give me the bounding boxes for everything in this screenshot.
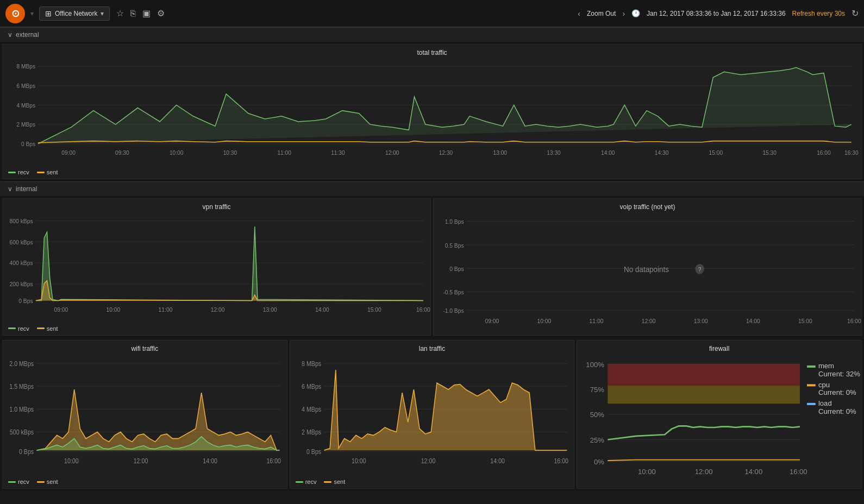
svg-text:11:00: 11:00 bbox=[277, 150, 291, 156]
legend-recv: recv bbox=[8, 169, 29, 175]
svg-text:0 Bps: 0 Bps bbox=[306, 448, 322, 455]
svg-text:1.0 Bps: 1.0 Bps bbox=[445, 218, 464, 225]
svg-text:mem: mem bbox=[818, 362, 834, 370]
dashboard-title-label: Office Network bbox=[55, 10, 97, 17]
svg-text:16:00: 16:00 bbox=[817, 150, 831, 156]
svg-text:Current: 0%: Current: 0% bbox=[818, 388, 856, 396]
lan-legend: recv sent bbox=[290, 476, 574, 488]
voip-traffic-title: voip traffic (not yet) bbox=[434, 199, 861, 213]
svg-text:cpu: cpu bbox=[818, 380, 830, 388]
vpn-legend-sent-label: sent bbox=[47, 325, 58, 332]
lan-legend-recv-label: recv bbox=[305, 478, 317, 485]
svg-text:-1.0 Bps: -1.0 Bps bbox=[443, 307, 464, 314]
refresh-icon[interactable]: ↻ bbox=[852, 8, 859, 18]
svg-text:15:00: 15:00 bbox=[367, 307, 381, 313]
svg-text:12:00: 12:00 bbox=[134, 457, 148, 464]
wifi-legend-sent-label: sent bbox=[47, 478, 58, 485]
svg-text:10:00: 10:00 bbox=[638, 468, 656, 476]
svg-text:6 MBps: 6 MBps bbox=[302, 383, 321, 390]
time-range-display[interactable]: Jan 12, 2017 08:33:36 to Jan 12, 2017 16… bbox=[647, 10, 786, 17]
total-traffic-chart: 8 MBps 6 MBps 4 MBps 2 MBps 0 Bps 09:00 … bbox=[5, 61, 857, 163]
lan-traffic-title: lan traffic bbox=[290, 341, 574, 355]
lan-legend-recv: recv bbox=[296, 478, 317, 485]
svg-text:16:00: 16:00 bbox=[847, 317, 861, 324]
next-time-arrow[interactable]: › bbox=[622, 9, 625, 18]
svg-text:2 MBps: 2 MBps bbox=[17, 122, 35, 128]
section-internal[interactable]: ∨ internal bbox=[0, 181, 864, 196]
svg-text:14:00: 14:00 bbox=[490, 457, 505, 464]
share-icon[interactable]: ⎘ bbox=[130, 9, 136, 18]
grafana-logo[interactable]: ⊙ bbox=[5, 4, 25, 23]
svg-text:0.5 Bps: 0.5 Bps bbox=[445, 242, 464, 249]
vpn-legend-recv: recv bbox=[8, 325, 29, 332]
legend-sent: sent bbox=[37, 169, 58, 175]
svg-text:14:00: 14:00 bbox=[315, 307, 329, 313]
svg-text:500 kBps: 500 kBps bbox=[10, 429, 34, 436]
wifi-legend-recv: recv bbox=[8, 478, 29, 485]
panel-vpn-traffic: vpn traffic 800 kBps 600 kBps 400 kBps 2… bbox=[2, 198, 431, 335]
prev-time-arrow[interactable]: ‹ bbox=[578, 9, 580, 18]
topnav-icons: ☆ ⎘ ▣ ⚙ bbox=[116, 8, 165, 18]
svg-text:2.0 MBps: 2.0 MBps bbox=[9, 360, 34, 367]
svg-text:14:00: 14:00 bbox=[746, 317, 760, 324]
svg-text:25%: 25% bbox=[590, 436, 604, 444]
svg-text:14:00: 14:00 bbox=[745, 468, 763, 476]
svg-text:13:00: 13:00 bbox=[493, 150, 508, 156]
svg-text:0 Bps: 0 Bps bbox=[21, 141, 35, 147]
svg-text:Current: 0%: Current: 0% bbox=[818, 407, 856, 415]
svg-text:11:00: 11:00 bbox=[159, 307, 173, 313]
svg-text:14:00: 14:00 bbox=[601, 150, 615, 156]
wifi-legend-sent: sent bbox=[37, 478, 58, 485]
vpn-traffic-title: vpn traffic bbox=[3, 199, 430, 213]
dropdown-arrow-icon: ▾ bbox=[101, 10, 104, 17]
svg-text:0 Bps: 0 Bps bbox=[449, 266, 464, 273]
svg-text:16:00: 16:00 bbox=[554, 457, 568, 464]
svg-text:16:30: 16:30 bbox=[844, 150, 859, 156]
vpn-voip-row: vpn traffic 800 kBps 600 kBps 400 kBps 2… bbox=[0, 196, 864, 337]
vpn-legend-recv-label: recv bbox=[18, 325, 29, 332]
svg-text:10:00: 10:00 bbox=[352, 457, 366, 464]
dashboard-title-button[interactable]: ⊞ Office Network ▾ bbox=[39, 7, 110, 21]
panel-firewall: firewall 100% 75% 50% 25% 0% bbox=[577, 340, 862, 489]
svg-text:12:30: 12:30 bbox=[439, 150, 453, 156]
svg-text:load: load bbox=[818, 399, 832, 407]
zoom-out-button[interactable]: Zoom Out bbox=[587, 10, 616, 17]
svg-text:400 kBps: 400 kBps bbox=[10, 261, 33, 267]
firewall-title: firewall bbox=[577, 341, 861, 355]
svg-text:15:00: 15:00 bbox=[798, 317, 812, 324]
section-external[interactable]: ∨ external bbox=[0, 27, 864, 42]
svg-text:11:30: 11:30 bbox=[331, 150, 345, 156]
svg-text:09:00: 09:00 bbox=[485, 317, 499, 324]
svg-text:12:00: 12:00 bbox=[642, 317, 656, 324]
panel-wifi-traffic: wifi traffic 2.0 MBps 1.5 MBps 1.0 MBps … bbox=[2, 340, 287, 489]
svg-text:13:30: 13:30 bbox=[547, 150, 561, 156]
lan-legend-sent-label: sent bbox=[334, 478, 345, 485]
wifi-legend-recv-label: recv bbox=[18, 478, 29, 485]
svg-text:12:00: 12:00 bbox=[421, 457, 435, 464]
svg-text:1.5 MBps: 1.5 MBps bbox=[9, 383, 34, 390]
panel-total-traffic-title: total traffic bbox=[3, 45, 861, 59]
svg-text:09:00: 09:00 bbox=[54, 307, 68, 313]
settings-icon[interactable]: ⚙ bbox=[157, 8, 165, 18]
svg-text:1.0 MBps: 1.0 MBps bbox=[9, 406, 34, 413]
topnav: ⊙ ▾ ⊞ Office Network ▾ ☆ ⎘ ▣ ⚙ ‹ Zoom Ou… bbox=[0, 0, 864, 27]
star-icon[interactable]: ☆ bbox=[116, 8, 124, 18]
vpn-legend-sent: sent bbox=[37, 325, 58, 332]
svg-rect-112 bbox=[807, 384, 816, 386]
voip-traffic-chart: 1.0 Bps 0.5 Bps 0 Bps -0.5 Bps -1.0 Bps … bbox=[436, 215, 857, 332]
svg-text:4 MBps: 4 MBps bbox=[17, 103, 35, 109]
svg-text:10:00: 10:00 bbox=[107, 307, 121, 313]
svg-text:600 kBps: 600 kBps bbox=[10, 240, 33, 245]
svg-text:Current: 32%: Current: 32% bbox=[818, 369, 860, 377]
snapshot-icon[interactable]: ▣ bbox=[142, 8, 151, 18]
svg-text:50%: 50% bbox=[590, 411, 604, 419]
wifi-lan-firewall-row: wifi traffic 2.0 MBps 1.5 MBps 1.0 MBps … bbox=[0, 338, 864, 492]
svg-text:0%: 0% bbox=[594, 457, 604, 465]
svg-text:15:00: 15:00 bbox=[709, 150, 723, 156]
nav-separator: ▾ bbox=[30, 10, 34, 17]
svg-text:16:00: 16:00 bbox=[790, 468, 807, 476]
lan-legend-sent: sent bbox=[324, 478, 345, 485]
refresh-interval-label[interactable]: Refresh every 30s bbox=[792, 10, 845, 17]
svg-text:2 MBps: 2 MBps bbox=[302, 429, 321, 436]
svg-text:4 MBps: 4 MBps bbox=[302, 406, 321, 413]
